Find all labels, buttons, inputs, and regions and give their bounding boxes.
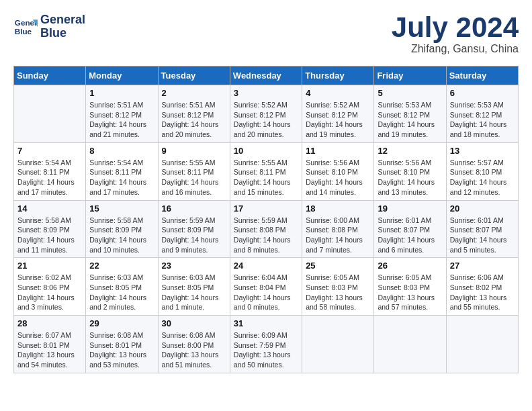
calendar-cell xyxy=(14,85,86,143)
calendar-cell: 7Sunrise: 5:54 AMSunset: 8:11 PMDaylight… xyxy=(14,142,86,200)
day-info: Sunrise: 6:01 AMSunset: 8:07 PMDaylight:… xyxy=(378,216,442,255)
header-cell-thursday: Thursday xyxy=(302,66,374,85)
calendar-cell: 18Sunrise: 6:00 AMSunset: 8:08 PMDayligh… xyxy=(302,200,374,258)
day-number: 1 xyxy=(89,88,154,98)
svg-text:Blue: Blue xyxy=(15,27,32,36)
day-number: 23 xyxy=(162,261,226,271)
day-info: Sunrise: 6:01 AMSunset: 8:07 PMDaylight:… xyxy=(450,216,515,255)
calendar-body: 1Sunrise: 5:51 AMSunset: 8:12 PMDaylight… xyxy=(14,85,519,373)
header-cell-monday: Monday xyxy=(86,66,158,85)
week-row: 21Sunrise: 6:02 AMSunset: 8:06 PMDayligh… xyxy=(14,258,519,316)
calendar-cell: 8Sunrise: 5:54 AMSunset: 8:11 PMDaylight… xyxy=(86,142,158,200)
day-info: Sunrise: 5:51 AMSunset: 8:12 PMDaylight:… xyxy=(89,100,154,140)
week-row: 28Sunrise: 6:07 AMSunset: 8:01 PMDayligh… xyxy=(14,316,519,373)
calendar-cell: 29Sunrise: 6:08 AMSunset: 8:01 PMDayligh… xyxy=(86,316,158,373)
day-info: Sunrise: 5:51 AMSunset: 8:12 PMDaylight:… xyxy=(162,100,226,140)
day-number: 11 xyxy=(306,146,370,156)
calendar-header: SundayMondayTuesdayWednesdayThursdayFrid… xyxy=(14,66,519,85)
day-number: 19 xyxy=(378,203,442,214)
day-number: 22 xyxy=(89,261,154,271)
calendar-cell: 17Sunrise: 5:59 AMSunset: 8:08 PMDayligh… xyxy=(230,200,302,258)
day-info: Sunrise: 5:59 AMSunset: 8:09 PMDaylight:… xyxy=(162,216,226,255)
calendar-cell: 5Sunrise: 5:53 AMSunset: 8:12 PMDaylight… xyxy=(374,85,446,143)
day-number: 25 xyxy=(306,261,370,271)
day-number: 10 xyxy=(234,146,298,156)
day-info: Sunrise: 5:52 AMSunset: 8:12 PMDaylight:… xyxy=(234,100,298,140)
day-number: 13 xyxy=(450,146,515,156)
day-number: 29 xyxy=(89,318,154,328)
day-number: 20 xyxy=(450,203,515,214)
day-info: Sunrise: 5:59 AMSunset: 8:08 PMDaylight:… xyxy=(234,216,298,255)
logo-text-line2: Blue xyxy=(40,27,85,40)
calendar-cell: 11Sunrise: 5:56 AMSunset: 8:10 PMDayligh… xyxy=(302,142,374,200)
day-number: 17 xyxy=(234,203,298,214)
day-number: 16 xyxy=(162,203,226,214)
day-info: Sunrise: 6:08 AMSunset: 8:00 PMDaylight:… xyxy=(162,330,226,370)
calendar-cell: 26Sunrise: 6:05 AMSunset: 8:03 PMDayligh… xyxy=(374,258,446,316)
calendar-cell: 30Sunrise: 6:08 AMSunset: 8:00 PMDayligh… xyxy=(158,316,230,373)
calendar-cell xyxy=(446,316,518,373)
calendar-cell: 14Sunrise: 5:58 AMSunset: 8:09 PMDayligh… xyxy=(14,200,86,258)
day-number: 8 xyxy=(89,146,154,156)
day-info: Sunrise: 5:58 AMSunset: 8:09 PMDaylight:… xyxy=(89,216,154,255)
month-title: July 2024 xyxy=(392,13,519,42)
calendar-cell: 24Sunrise: 6:04 AMSunset: 8:04 PMDayligh… xyxy=(230,258,302,316)
calendar-cell: 9Sunrise: 5:55 AMSunset: 8:11 PMDaylight… xyxy=(158,142,230,200)
calendar-cell: 13Sunrise: 5:57 AMSunset: 8:10 PMDayligh… xyxy=(446,142,518,200)
calendar-cell: 12Sunrise: 5:56 AMSunset: 8:10 PMDayligh… xyxy=(374,142,446,200)
page-header: General Blue General Blue July 2024 Zhif… xyxy=(13,13,519,55)
calendar-cell xyxy=(302,316,374,373)
day-info: Sunrise: 5:54 AMSunset: 8:11 PMDaylight:… xyxy=(17,158,82,197)
header-cell-sunday: Sunday xyxy=(14,66,86,85)
day-info: Sunrise: 5:55 AMSunset: 8:11 PMDaylight:… xyxy=(162,158,226,197)
day-info: Sunrise: 6:09 AMSunset: 7:59 PMDaylight:… xyxy=(234,330,298,370)
location-subtitle: Zhifang, Gansu, China xyxy=(392,43,519,55)
header-cell-tuesday: Tuesday xyxy=(158,66,230,85)
week-row: 7Sunrise: 5:54 AMSunset: 8:11 PMDaylight… xyxy=(14,142,519,200)
svg-text:General: General xyxy=(15,18,38,27)
calendar-cell: 19Sunrise: 6:01 AMSunset: 8:07 PMDayligh… xyxy=(374,200,446,258)
week-row: 14Sunrise: 5:58 AMSunset: 8:09 PMDayligh… xyxy=(14,200,519,258)
day-info: Sunrise: 6:08 AMSunset: 8:01 PMDaylight:… xyxy=(89,330,154,370)
header-cell-friday: Friday xyxy=(374,66,446,85)
day-number: 12 xyxy=(378,146,442,156)
calendar-cell: 1Sunrise: 5:51 AMSunset: 8:12 PMDaylight… xyxy=(86,85,158,143)
day-info: Sunrise: 6:05 AMSunset: 8:03 PMDaylight:… xyxy=(306,273,370,312)
day-info: Sunrise: 5:56 AMSunset: 8:10 PMDaylight:… xyxy=(378,158,442,197)
calendar-cell: 21Sunrise: 6:02 AMSunset: 8:06 PMDayligh… xyxy=(14,258,86,316)
calendar-cell: 23Sunrise: 6:03 AMSunset: 8:05 PMDayligh… xyxy=(158,258,230,316)
day-info: Sunrise: 6:02 AMSunset: 8:06 PMDaylight:… xyxy=(17,273,82,312)
calendar-cell: 16Sunrise: 5:59 AMSunset: 8:09 PMDayligh… xyxy=(158,200,230,258)
calendar-cell: 27Sunrise: 6:06 AMSunset: 8:02 PMDayligh… xyxy=(446,258,518,316)
logo-text-line1: General xyxy=(40,13,85,27)
week-row: 1Sunrise: 5:51 AMSunset: 8:12 PMDaylight… xyxy=(14,85,519,143)
calendar-cell: 22Sunrise: 6:03 AMSunset: 8:05 PMDayligh… xyxy=(86,258,158,316)
day-info: Sunrise: 6:05 AMSunset: 8:03 PMDaylight:… xyxy=(378,273,442,312)
day-number: 15 xyxy=(89,203,154,214)
day-info: Sunrise: 6:04 AMSunset: 8:04 PMDaylight:… xyxy=(234,273,298,312)
day-info: Sunrise: 6:06 AMSunset: 8:02 PMDaylight:… xyxy=(450,273,515,312)
calendar-cell: 20Sunrise: 6:01 AMSunset: 8:07 PMDayligh… xyxy=(446,200,518,258)
calendar-cell: 28Sunrise: 6:07 AMSunset: 8:01 PMDayligh… xyxy=(14,316,86,373)
day-number: 21 xyxy=(17,261,82,271)
day-number: 31 xyxy=(234,318,298,328)
day-info: Sunrise: 5:53 AMSunset: 8:12 PMDaylight:… xyxy=(450,100,515,140)
day-info: Sunrise: 6:03 AMSunset: 8:05 PMDaylight:… xyxy=(162,273,226,312)
day-number: 6 xyxy=(450,88,515,98)
logo: General Blue General Blue xyxy=(13,13,85,40)
calendar-cell: 31Sunrise: 6:09 AMSunset: 7:59 PMDayligh… xyxy=(230,316,302,373)
day-number: 27 xyxy=(450,261,515,271)
header-row: SundayMondayTuesdayWednesdayThursdayFrid… xyxy=(14,66,519,85)
calendar-cell: 4Sunrise: 5:52 AMSunset: 8:12 PMDaylight… xyxy=(302,85,374,143)
day-info: Sunrise: 5:54 AMSunset: 8:11 PMDaylight:… xyxy=(89,158,154,197)
day-info: Sunrise: 5:58 AMSunset: 8:09 PMDaylight:… xyxy=(17,216,82,255)
day-number: 28 xyxy=(17,318,82,328)
header-cell-saturday: Saturday xyxy=(446,66,518,85)
calendar-cell: 10Sunrise: 5:55 AMSunset: 8:11 PMDayligh… xyxy=(230,142,302,200)
header-cell-wednesday: Wednesday xyxy=(230,66,302,85)
day-number: 4 xyxy=(306,88,370,98)
day-number: 18 xyxy=(306,203,370,214)
day-info: Sunrise: 6:00 AMSunset: 8:08 PMDaylight:… xyxy=(306,216,370,255)
calendar-table: SundayMondayTuesdayWednesdayThursdayFrid… xyxy=(13,66,519,373)
day-number: 3 xyxy=(234,88,298,98)
